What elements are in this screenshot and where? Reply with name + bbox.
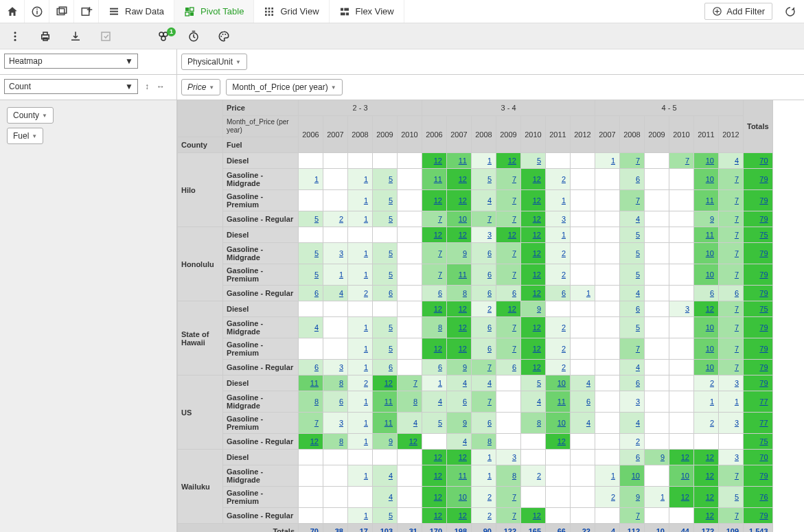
value-cell[interactable]: 10 [669, 465, 694, 487]
value-cell[interactable]: 5 [521, 375, 546, 391]
value-cell[interactable] [595, 360, 620, 375]
download-icon[interactable] [67, 30, 84, 43]
value-cell[interactable]: 1 [546, 227, 571, 243]
value-cell[interactable]: 7 [719, 190, 744, 211]
value-cell[interactable] [571, 153, 595, 169]
value-cell[interactable] [398, 487, 422, 508]
value-cell[interactable]: 5 [373, 211, 398, 227]
value-cell[interactable]: 9 [447, 360, 472, 375]
value-cell[interactable] [595, 317, 620, 338]
value-cell[interactable]: 7 [719, 243, 744, 264]
value-cell[interactable]: 7 [496, 508, 521, 524]
value-cell[interactable]: 1 [645, 487, 669, 508]
value-cell[interactable] [645, 243, 669, 264]
value-cell[interactable]: 7 [719, 338, 744, 360]
row-total[interactable]: 79 [744, 264, 773, 286]
row-total[interactable]: 77 [744, 413, 773, 434]
value-cell[interactable]: 7 [620, 508, 645, 524]
value-cell[interactable]: 12 [447, 227, 472, 243]
row-total[interactable]: 79 [744, 465, 773, 487]
value-cell[interactable]: 5 [373, 169, 398, 190]
value-cell[interactable] [669, 169, 694, 190]
add-filter-button[interactable]: Add Filter [704, 3, 772, 20]
value-cell[interactable]: 12 [447, 450, 472, 465]
value-cell[interactable] [398, 301, 422, 317]
value-cell[interactable]: 7 [719, 169, 744, 190]
value-cell[interactable] [571, 508, 595, 524]
value-cell[interactable]: 2 [472, 301, 496, 317]
value-cell[interactable]: 7 [620, 190, 645, 211]
value-cell[interactable]: 12 [521, 243, 546, 264]
value-cell[interactable]: 3 [496, 450, 521, 465]
value-cell[interactable]: 11 [422, 169, 447, 190]
value-cell[interactable]: 12 [496, 301, 521, 317]
value-cell[interactable] [398, 286, 422, 301]
value-cell[interactable] [398, 317, 422, 338]
value-cell[interactable]: 12 [422, 153, 447, 169]
col-total[interactable]: 44 [669, 524, 694, 533]
value-cell[interactable] [595, 301, 620, 317]
value-cell[interactable] [595, 338, 620, 360]
value-cell[interactable]: 10 [694, 169, 719, 190]
value-cell[interactable] [398, 190, 422, 211]
value-cell[interactable] [521, 434, 546, 450]
value-cell[interactable]: 5 [373, 338, 398, 360]
row-total[interactable]: 75 [744, 301, 773, 317]
value-cell[interactable]: 12 [422, 301, 447, 317]
value-cell[interactable]: 5 [373, 508, 398, 524]
value-cell[interactable]: 8 [323, 434, 348, 450]
col-total[interactable]: 70 [299, 524, 323, 533]
value-cell[interactable]: 11 [694, 190, 719, 211]
value-cell[interactable] [645, 227, 669, 243]
print-icon[interactable] [37, 30, 54, 43]
value-cell[interactable]: 6 [373, 360, 398, 375]
value-cell[interactable] [669, 190, 694, 211]
value-cell[interactable] [398, 338, 422, 360]
value-cell[interactable] [645, 169, 669, 190]
value-cell[interactable]: 6 [472, 286, 496, 301]
value-cell[interactable] [595, 413, 620, 434]
value-cell[interactable] [595, 450, 620, 465]
value-cell[interactable]: 10 [694, 264, 719, 286]
value-cell[interactable]: 6 [472, 413, 496, 434]
value-cell[interactable]: 12 [447, 338, 472, 360]
value-cell[interactable]: 3 [323, 413, 348, 434]
value-cell[interactable] [571, 190, 595, 211]
pivot-grid-area[interactable]: Price2 - 33 - 44 - 5TotalsMonth_of_Price… [177, 100, 804, 532]
viz-type-select[interactable]: Heatmap▼ [4, 54, 138, 69]
value-cell[interactable] [546, 301, 571, 317]
value-cell[interactable]: 1 [571, 286, 595, 301]
row-total[interactable]: 70 [744, 450, 773, 465]
value-cell[interactable]: 10 [694, 338, 719, 360]
value-cell[interactable] [323, 190, 348, 211]
value-cell[interactable]: 8 [323, 375, 348, 391]
value-cell[interactable]: 5 [620, 227, 645, 243]
value-cell[interactable] [571, 487, 595, 508]
value-cell[interactable]: 3 [323, 243, 348, 264]
value-cell[interactable]: 1 [472, 465, 496, 487]
value-cell[interactable]: 7 [719, 301, 744, 317]
sort-vert-icon[interactable]: ↕ [142, 82, 152, 91]
value-cell[interactable] [496, 375, 521, 391]
value-cell[interactable] [595, 227, 620, 243]
value-cell[interactable]: 7 [719, 211, 744, 227]
value-cell[interactable]: 5 [521, 153, 546, 169]
row-total[interactable]: 76 [744, 487, 773, 508]
value-cell[interactable] [669, 264, 694, 286]
col-total[interactable]: 172 [694, 524, 719, 533]
value-cell[interactable]: 6 [323, 391, 348, 413]
value-cell[interactable]: 4 [620, 413, 645, 434]
value-cell[interactable]: 12 [521, 286, 546, 301]
value-cell[interactable] [595, 211, 620, 227]
value-cell[interactable]: 12 [521, 338, 546, 360]
value-cell[interactable]: 1 [348, 465, 373, 487]
value-cell[interactable]: 12 [694, 465, 719, 487]
col-total[interactable]: 198 [447, 524, 472, 533]
value-cell[interactable] [373, 450, 398, 465]
palette-icon[interactable] [216, 30, 232, 43]
value-cell[interactable] [595, 375, 620, 391]
value-cell[interactable] [595, 434, 620, 450]
value-cell[interactable] [645, 413, 669, 434]
value-cell[interactable]: 4 [398, 413, 422, 434]
value-cell[interactable]: 1 [348, 264, 373, 286]
